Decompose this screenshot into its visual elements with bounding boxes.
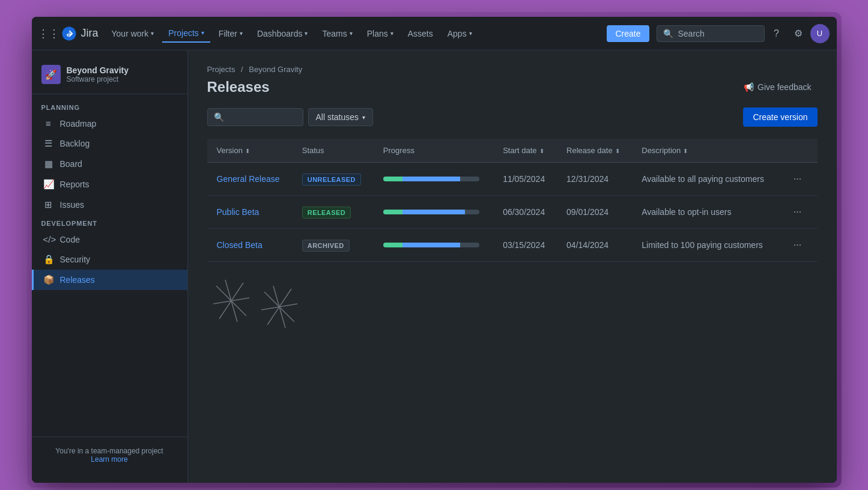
sidebar-item-issues[interactable]: ⊞ Issues <box>32 195 187 215</box>
create-version-button[interactable]: Create version <box>743 107 817 127</box>
releases-icon: 📦 <box>43 274 54 285</box>
sidebar-project: 🚀 Beyond Gravity Software project <box>32 60 187 94</box>
cell-progress-1 <box>374 196 493 229</box>
sidebar: 🚀 Beyond Gravity Software project Planni… <box>32 50 188 483</box>
page-header: Releases 📢 Give feedback <box>207 79 818 95</box>
sidebar-item-reports[interactable]: 📈 Reports <box>32 174 187 195</box>
code-icon: </> <box>43 234 54 244</box>
cell-progress-2 <box>374 229 493 262</box>
search-box[interactable]: 🔍 Search <box>657 25 765 42</box>
table-row: General Release UNRELEASED 11/05/2024 12… <box>207 163 818 196</box>
cell-description-2: Limited to 100 paying customers <box>632 229 779 262</box>
sidebar-item-code[interactable]: </> Code <box>32 229 187 249</box>
jira-logo-text: Jira <box>81 27 99 40</box>
version-search[interactable]: 🔍 <box>207 108 303 126</box>
releases-table: Version⬍ Status Progress Start date⬍ <box>207 139 818 262</box>
sidebar-item-label: Releases <box>60 275 95 285</box>
search-placeholder: Search <box>678 29 705 38</box>
sidebar-item-label: Reports <box>60 180 90 189</box>
jira-logo[interactable]: Jira <box>61 25 99 42</box>
status-filter-label: All statuses <box>316 112 359 122</box>
version-link-1[interactable]: Public Beta <box>217 207 259 217</box>
reports-icon: 📈 <box>43 179 54 190</box>
col-release-date[interactable]: Release date⬍ <box>557 139 632 163</box>
sidebar-item-releases[interactable]: 📦 Releases <box>32 270 187 290</box>
nav-projects[interactable]: Projects▾ <box>162 25 210 43</box>
progress-gray-2 <box>460 243 479 247</box>
progress-green-2 <box>383 243 402 247</box>
toolbar: 🔍 All statuses ▾ Create version <box>207 107 818 127</box>
progress-blue-0 <box>402 177 460 181</box>
status-filter[interactable]: All statuses ▾ <box>308 108 374 126</box>
give-feedback-label: Give feedback <box>757 82 812 92</box>
progress-gray-0 <box>460 177 479 181</box>
sidebar-item-board[interactable]: ▦ Board <box>32 154 187 174</box>
table-header-row: Version⬍ Status Progress Start date⬍ <box>207 139 818 163</box>
nav-dashboards[interactable]: Dashboards▾ <box>251 25 314 42</box>
cell-release-date-2: 04/14/2024 <box>557 229 632 262</box>
project-name: Beyond Gravity <box>67 65 129 75</box>
board-icon: ▦ <box>43 159 54 169</box>
row-menu-button-0[interactable]: ··· <box>789 171 806 187</box>
cell-version-2: Closed Beta <box>207 229 293 262</box>
col-description[interactable]: Description⬍ <box>632 139 779 163</box>
col-start-date[interactable]: Start date⬍ <box>493 139 557 163</box>
cell-menu-0: ··· <box>779 163 818 196</box>
col-status[interactable]: Status <box>293 139 374 163</box>
sidebar-item-label: Security <box>60 255 91 264</box>
row-menu-button-1[interactable]: ··· <box>789 204 806 220</box>
search-icon: 🔍 <box>663 29 673 38</box>
cell-start-date-1: 06/30/2024 <box>493 196 557 229</box>
cell-status-0: UNRELEASED <box>293 163 374 196</box>
version-search-input[interactable] <box>228 112 297 122</box>
sidebar-item-security[interactable]: 🔒 Security <box>32 249 187 270</box>
cell-description-1: Available to opt-in users <box>632 196 779 229</box>
version-link-2[interactable]: Closed Beta <box>217 240 263 250</box>
progress-bar-0 <box>383 177 479 181</box>
create-button[interactable]: Create <box>607 25 649 42</box>
settings-icon[interactable]: ⚙ <box>789 24 808 43</box>
breadcrumb: Projects / Beyond Gravity <box>207 65 818 74</box>
project-type: Software project <box>67 75 129 83</box>
nav-teams[interactable]: Teams▾ <box>316 25 358 42</box>
megaphone-icon: 📢 <box>744 82 754 92</box>
progress-blue-2 <box>402 243 460 247</box>
cell-start-date-0: 11/05/2024 <box>493 163 557 196</box>
search-icon: 🔍 <box>214 112 224 122</box>
col-progress[interactable]: Progress <box>374 139 493 163</box>
table-row: Closed Beta ARCHIVED 03/15/2024 04/14/20… <box>207 229 818 262</box>
give-feedback-button[interactable]: 📢 Give feedback <box>738 79 818 95</box>
user-avatar[interactable]: U <box>810 24 830 43</box>
breadcrumb-projects[interactable]: Projects <box>207 65 235 74</box>
progress-bar-1 <box>383 210 479 214</box>
nav-assets[interactable]: Assets <box>402 25 439 42</box>
breadcrumb-project-name[interactable]: Beyond Gravity <box>249 65 302 74</box>
help-icon[interactable]: ? <box>767 24 786 43</box>
planning-section-label: Planning <box>32 99 187 113</box>
grid-menu-icon[interactable]: ⋮⋮ <box>39 24 58 43</box>
sidebar-footer: You're in a team-managed project Learn m… <box>32 437 187 473</box>
learn-more-link[interactable]: Learn more <box>91 455 127 464</box>
cell-progress-0 <box>374 163 493 196</box>
row-menu-button-2[interactable]: ··· <box>789 237 806 253</box>
main-content: Projects / Beyond Gravity Releases 📢 Giv… <box>188 50 837 483</box>
status-badge-0: UNRELEASED <box>302 174 361 186</box>
sidebar-item-label: Issues <box>60 200 84 210</box>
nav-your-work[interactable]: Your work▾ <box>106 25 160 42</box>
col-version[interactable]: Version⬍ <box>207 139 293 163</box>
cell-start-date-2: 03/15/2024 <box>493 229 557 262</box>
cell-menu-1: ··· <box>779 196 818 229</box>
status-badge-1: RELEASED <box>302 207 351 219</box>
sidebar-item-label: Code <box>60 235 80 244</box>
sidebar-item-backlog[interactable]: ☰ Backlog <box>32 133 187 154</box>
nav-apps[interactable]: Apps▾ <box>442 25 478 42</box>
top-navigation: ⋮⋮ Jira Your work▾ Projects▾ Filter▾ Das… <box>32 17 837 50</box>
progress-green-1 <box>383 210 402 214</box>
version-link-0[interactable]: General Release <box>217 174 280 184</box>
nav-plans[interactable]: Plans▾ <box>361 25 399 42</box>
sidebar-item-roadmap[interactable]: ≡ Roadmap <box>32 113 187 133</box>
toolbar-left: 🔍 All statuses ▾ <box>207 108 374 126</box>
nav-filter[interactable]: Filter▾ <box>213 25 249 42</box>
cell-release-date-0: 12/31/2024 <box>557 163 632 196</box>
progress-blue-1 <box>402 210 465 214</box>
